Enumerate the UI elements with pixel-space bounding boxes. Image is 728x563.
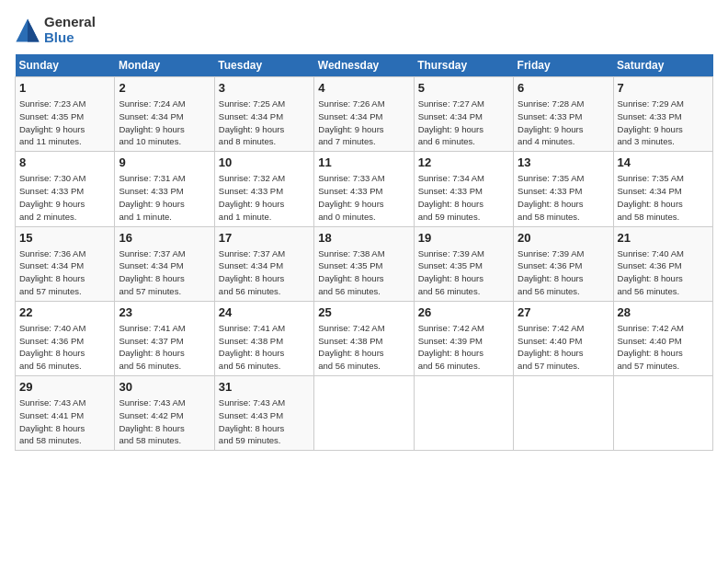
calendar-week-1: 1Sunrise: 7:23 AM Sunset: 4:35 PM Daylig… [16,77,713,152]
day-number: 25 [318,304,409,321]
day-number: 3 [219,80,310,97]
day-info: Sunrise: 7:34 AM Sunset: 4:33 PM Dayligh… [418,172,509,223]
calendar-cell: 14Sunrise: 7:35 AM Sunset: 4:34 PM Dayli… [613,152,712,226]
calendar-cell: 8Sunrise: 7:30 AM Sunset: 4:33 PM Daylig… [16,152,115,226]
day-info: Sunrise: 7:43 AM Sunset: 4:43 PM Dayligh… [219,396,310,447]
calendar-cell: 4Sunrise: 7:26 AM Sunset: 4:34 PM Daylig… [314,77,414,152]
calendar-cell: 13Sunrise: 7:35 AM Sunset: 4:33 PM Dayli… [514,152,613,226]
calendar-week-2: 8Sunrise: 7:30 AM Sunset: 4:33 PM Daylig… [16,152,713,226]
weekday-header-friday: Friday [514,54,613,77]
day-number: 29 [19,379,110,396]
day-info: Sunrise: 7:29 AM Sunset: 4:33 PM Dayligh… [618,98,709,148]
calendar-week-4: 22Sunrise: 7:40 AM Sunset: 4:36 PM Dayli… [16,301,713,375]
calendar-cell: 16Sunrise: 7:37 AM Sunset: 4:34 PM Dayli… [115,226,214,301]
day-number: 17 [219,230,310,247]
day-number: 16 [119,230,210,247]
day-number: 23 [119,304,210,321]
day-number: 10 [219,155,310,171]
calendar-cell: 27Sunrise: 7:42 AM Sunset: 4:40 PM Dayli… [514,301,613,375]
day-info: Sunrise: 7:30 AM Sunset: 4:33 PM Dayligh… [19,172,110,223]
day-info: Sunrise: 7:28 AM Sunset: 4:33 PM Dayligh… [518,98,609,148]
calendar-cell: 26Sunrise: 7:42 AM Sunset: 4:39 PM Dayli… [414,301,513,375]
day-info: Sunrise: 7:27 AM Sunset: 4:34 PM Dayligh… [418,98,509,148]
day-number: 8 [19,155,110,171]
header: General Blue [15,15,713,45]
calendar-cell: 23Sunrise: 7:41 AM Sunset: 4:37 PM Dayli… [115,301,214,375]
weekday-header-sunday: Sunday [16,54,115,77]
day-number: 14 [618,155,709,171]
day-info: Sunrise: 7:40 AM Sunset: 4:36 PM Dayligh… [618,247,709,298]
day-info: Sunrise: 7:37 AM Sunset: 4:34 PM Dayligh… [119,247,210,298]
calendar-cell: 1Sunrise: 7:23 AM Sunset: 4:35 PM Daylig… [16,77,115,152]
calendar-cell: 2Sunrise: 7:24 AM Sunset: 4:34 PM Daylig… [115,77,214,152]
day-info: Sunrise: 7:42 AM Sunset: 4:40 PM Dayligh… [518,322,609,373]
day-info: Sunrise: 7:43 AM Sunset: 4:41 PM Dayligh… [19,396,110,447]
calendar-cell: 22Sunrise: 7:40 AM Sunset: 4:36 PM Dayli… [16,301,115,375]
calendar-cell: 3Sunrise: 7:25 AM Sunset: 4:34 PM Daylig… [214,77,313,152]
day-number: 7 [618,80,709,97]
day-number: 9 [119,155,210,171]
calendar-cell: 6Sunrise: 7:28 AM Sunset: 4:33 PM Daylig… [514,77,613,152]
calendar-cell: 11Sunrise: 7:33 AM Sunset: 4:33 PM Dayli… [314,152,414,226]
logo-icon [15,17,40,43]
calendar-cell [414,376,513,451]
logo: General Blue [15,15,96,45]
calendar-cell: 19Sunrise: 7:39 AM Sunset: 4:35 PM Dayli… [414,226,513,301]
day-info: Sunrise: 7:23 AM Sunset: 4:35 PM Dayligh… [19,98,110,148]
day-info: Sunrise: 7:32 AM Sunset: 4:33 PM Dayligh… [219,172,310,223]
weekday-header-tuesday: Tuesday [214,54,313,77]
day-info: Sunrise: 7:36 AM Sunset: 4:34 PM Dayligh… [19,247,110,298]
day-info: Sunrise: 7:39 AM Sunset: 4:35 PM Dayligh… [418,247,509,298]
calendar-cell: 30Sunrise: 7:43 AM Sunset: 4:42 PM Dayli… [115,376,214,451]
day-info: Sunrise: 7:40 AM Sunset: 4:36 PM Dayligh… [19,322,110,373]
weekday-header-thursday: Thursday [414,54,513,77]
calendar-cell: 5Sunrise: 7:27 AM Sunset: 4:34 PM Daylig… [414,77,513,152]
day-number: 12 [418,155,509,171]
logo-text: General Blue [44,15,96,45]
day-info: Sunrise: 7:38 AM Sunset: 4:35 PM Dayligh… [318,247,409,298]
page: General Blue SundayMondayTuesdayWednesda… [0,0,728,563]
day-number: 1 [19,80,110,97]
calendar-cell: 18Sunrise: 7:38 AM Sunset: 4:35 PM Dayli… [314,226,414,301]
day-number: 30 [119,379,210,396]
calendar-cell: 9Sunrise: 7:31 AM Sunset: 4:33 PM Daylig… [115,152,214,226]
calendar-cell: 12Sunrise: 7:34 AM Sunset: 4:33 PM Dayli… [414,152,513,226]
calendar-cell [314,376,414,451]
day-info: Sunrise: 7:31 AM Sunset: 4:33 PM Dayligh… [119,172,210,223]
day-number: 2 [119,80,210,97]
day-number: 21 [618,230,709,247]
day-number: 24 [219,304,310,321]
day-info: Sunrise: 7:41 AM Sunset: 4:38 PM Dayligh… [219,322,310,373]
calendar-week-5: 29Sunrise: 7:43 AM Sunset: 4:41 PM Dayli… [16,376,713,451]
day-info: Sunrise: 7:25 AM Sunset: 4:34 PM Dayligh… [219,98,310,148]
calendar-week-3: 15Sunrise: 7:36 AM Sunset: 4:34 PM Dayli… [16,226,713,301]
day-number: 28 [618,304,709,321]
day-info: Sunrise: 7:26 AM Sunset: 4:34 PM Dayligh… [318,98,409,148]
day-number: 13 [518,155,609,171]
calendar-cell: 28Sunrise: 7:42 AM Sunset: 4:40 PM Dayli… [613,301,712,375]
day-number: 11 [318,155,409,171]
day-number: 26 [418,304,509,321]
day-info: Sunrise: 7:43 AM Sunset: 4:42 PM Dayligh… [119,396,210,447]
calendar-cell: 15Sunrise: 7:36 AM Sunset: 4:34 PM Dayli… [16,226,115,301]
svg-marker-1 [28,18,40,41]
weekday-header-wednesday: Wednesday [314,54,414,77]
day-number: 27 [518,304,609,321]
calendar-cell: 24Sunrise: 7:41 AM Sunset: 4:38 PM Dayli… [214,301,313,375]
day-number: 15 [19,230,110,247]
calendar-cell [613,376,712,451]
day-number: 22 [19,304,110,321]
calendar-cell [514,376,613,451]
day-info: Sunrise: 7:35 AM Sunset: 4:33 PM Dayligh… [518,172,609,223]
day-info: Sunrise: 7:42 AM Sunset: 4:39 PM Dayligh… [418,322,509,373]
day-number: 4 [318,80,409,97]
calendar-cell: 21Sunrise: 7:40 AM Sunset: 4:36 PM Dayli… [613,226,712,301]
calendar-cell: 29Sunrise: 7:43 AM Sunset: 4:41 PM Dayli… [16,376,115,451]
day-info: Sunrise: 7:42 AM Sunset: 4:40 PM Dayligh… [618,322,709,373]
day-number: 19 [418,230,509,247]
day-info: Sunrise: 7:35 AM Sunset: 4:34 PM Dayligh… [618,172,709,223]
day-info: Sunrise: 7:37 AM Sunset: 4:34 PM Dayligh… [219,247,310,298]
weekday-header-saturday: Saturday [613,54,712,77]
day-info: Sunrise: 7:33 AM Sunset: 4:33 PM Dayligh… [318,172,409,223]
day-number: 31 [219,379,310,396]
